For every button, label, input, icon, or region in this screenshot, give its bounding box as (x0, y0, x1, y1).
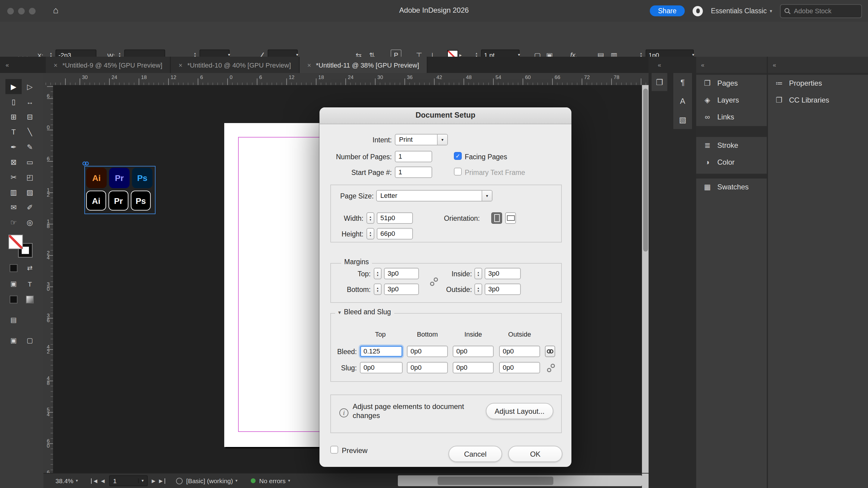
tab-close-icon[interactable]: × (179, 61, 183, 68)
sidebar-item-links[interactable]: ∞ Links (696, 109, 767, 125)
margin-inside-stepper[interactable]: ▴▾ (474, 268, 482, 279)
vertical-scrollbar-thumb[interactable] (643, 89, 648, 252)
slug-top-field[interactable]: 0p0 (360, 362, 403, 373)
vertical-scrollbar[interactable] (642, 85, 649, 473)
note-tool[interactable]: ✉ (5, 200, 22, 215)
screen-mode-normal-icon[interactable]: ▣ (5, 334, 22, 347)
cancel-button[interactable]: Cancel (448, 446, 502, 462)
margin-outside-stepper[interactable]: ▴▾ (474, 284, 482, 295)
adjust-layout-button[interactable]: Adjust Layout... (486, 403, 553, 419)
page-dropdown-icon[interactable]: ▾ (138, 478, 147, 483)
height-stepper[interactable]: ▴▾ (367, 228, 374, 239)
orientation-portrait-button[interactable] (491, 212, 502, 224)
adobe-stock-search-input[interactable]: Adobe Stock (780, 4, 862, 18)
view-options-icon[interactable]: ▤ (5, 313, 22, 327)
tab-untitled-10[interactable]: × *Untitled-10 @ 40% [GPU Preview] (171, 57, 300, 73)
rectangle-tool[interactable]: ▭ (22, 154, 38, 170)
direct-selection-tool[interactable]: ▷ (22, 79, 38, 94)
margin-top-stepper[interactable]: ▴▾ (374, 268, 381, 279)
tab-untitled-9[interactable]: × *Untitled-9 @ 45% [GPU Preview] (46, 57, 171, 73)
expand-dock-icon[interactable]: « (652, 57, 667, 73)
rectangle-frame-tool[interactable]: ⊠ (5, 154, 22, 170)
zoom-tool[interactable]: ◎ (22, 215, 38, 230)
learn-icon[interactable] (693, 6, 703, 16)
orientation-landscape-button[interactable] (505, 212, 516, 224)
fill-stroke-proxy[interactable] (8, 235, 33, 258)
bleed-link-icon[interactable] (545, 346, 555, 357)
slug-outside-field[interactable]: 0p0 (499, 362, 540, 373)
previous-page-button[interactable]: ◀ (99, 478, 106, 484)
dialog-title[interactable]: Document Setup (319, 107, 571, 124)
horizontal-scrollbar-thumb[interactable] (438, 477, 553, 485)
zoom-level-dropdown[interactable]: 38.4% ▾ (56, 477, 78, 484)
collapse-dock-icon[interactable]: « (768, 57, 868, 73)
eyedropper-tool[interactable]: ✐ (22, 200, 38, 215)
bleed-outside-field[interactable]: 0p0 (499, 346, 540, 357)
hand-tool[interactable]: ☞ (5, 215, 22, 230)
vertical-ruler[interactable]: 60612182430364248546066 (43, 85, 54, 473)
preflight-status-dropdown[interactable]: No errors ▾ (259, 477, 290, 484)
slug-unlink-icon[interactable] (546, 363, 556, 373)
facing-pages-checkbox[interactable]: ✓ (454, 152, 462, 160)
app-icon[interactable]: Ai (86, 191, 106, 210)
default-fill-stroke-icon[interactable] (5, 261, 22, 275)
intent-dropdown[interactable]: Print ▾ (395, 134, 448, 145)
page-size-dropdown[interactable]: Letter ▾ (376, 190, 493, 201)
line-tool[interactable]: ╲ (22, 124, 38, 139)
apply-color-icon[interactable] (5, 292, 22, 307)
formatting-affects-container-icon[interactable]: ▣ (5, 277, 22, 291)
pages-alt-panel-icon[interactable]: ❐ (652, 73, 667, 91)
bleed-slug-title[interactable]: ▾Bleed and Slug (335, 308, 394, 315)
margin-bottom-field[interactable]: 3p0 (384, 284, 419, 295)
formatting-affects-text-icon[interactable]: T (22, 277, 38, 291)
content-placer-tool[interactable]: ⊟ (22, 109, 38, 124)
preview-checkbox[interactable] (330, 446, 338, 454)
apply-gradient-icon[interactable] (22, 292, 38, 307)
screen-mode-preview-icon[interactable]: ▢ (22, 334, 38, 347)
margin-inside-field[interactable]: 3p0 (485, 268, 521, 279)
sidebar-item-pages[interactable]: ❐ Pages (696, 75, 767, 92)
last-page-button[interactable]: ▶ (157, 478, 165, 484)
gradient-feather-tool[interactable]: ▨ (22, 184, 38, 200)
app-icon[interactable]: Pr (109, 168, 130, 188)
first-page-button[interactable]: ◀ (91, 478, 99, 484)
app-icon[interactable]: Ps (132, 168, 153, 188)
margins-unlink-icon[interactable] (429, 276, 439, 287)
sidebar-item-cc-libraries[interactable]: ❐ CC Libraries (768, 92, 868, 109)
gradient-swatch-tool[interactable]: ▥ (5, 184, 22, 200)
primary-text-frame-checkbox[interactable] (454, 168, 462, 175)
page-number-field[interactable]: 1 ▾ (109, 475, 147, 486)
tab-close-icon[interactable]: × (54, 61, 58, 68)
type-tool[interactable]: T (5, 124, 22, 139)
margin-outside-field[interactable]: 3p0 (485, 284, 521, 295)
horizontal-scrollbar[interactable] (398, 475, 642, 486)
collapse-dock-icon[interactable]: « (696, 57, 767, 73)
width-stepper[interactable]: ▴▾ (367, 212, 374, 224)
fill-swatch-none[interactable] (8, 235, 23, 249)
app-icon[interactable]: Ps (131, 191, 151, 210)
sidebar-item-color[interactable]: ◑ Color (696, 154, 767, 171)
slug-bottom-field[interactable]: 0p0 (407, 362, 448, 373)
number-of-pages-field[interactable]: 1 (395, 151, 432, 162)
paragraph-styles-icon[interactable]: ¶ (673, 73, 692, 91)
pen-tool[interactable]: ✒ (5, 139, 22, 154)
bleed-bottom-field[interactable]: 0p0 (407, 346, 448, 357)
start-page-field[interactable]: 1 (395, 167, 432, 178)
disclosure-icon[interactable]: ▾ (338, 310, 341, 315)
preflight-profile-dropdown[interactable]: [Basic] (working) ▾ (186, 477, 238, 484)
tab-close-icon[interactable]: × (307, 61, 311, 68)
tab-untitled-11[interactable]: × *Untitled-11 @ 38% [GPU Preview] (299, 57, 427, 73)
height-field[interactable]: 66p0 (377, 228, 413, 239)
workspace-switcher[interactable]: Essentials Classic ▾ (711, 7, 772, 15)
sidebar-item-properties[interactable]: ≔ Properties (768, 75, 868, 92)
margin-top-field[interactable]: 3p0 (384, 268, 419, 279)
character-styles-icon[interactable]: A (673, 92, 692, 110)
share-button[interactable]: Share (650, 5, 685, 16)
pencil-tool[interactable]: ✎ (22, 139, 38, 154)
bleed-inside-field[interactable]: 0p0 (453, 346, 494, 357)
slug-inside-field[interactable]: 0p0 (453, 362, 494, 373)
sidebar-item-layers[interactable]: ◈ Layers (696, 92, 767, 109)
app-icon[interactable]: Ai (86, 168, 107, 188)
width-field[interactable]: 51p0 (377, 212, 413, 224)
gradient-panel-icon[interactable]: ▧ (673, 110, 692, 128)
